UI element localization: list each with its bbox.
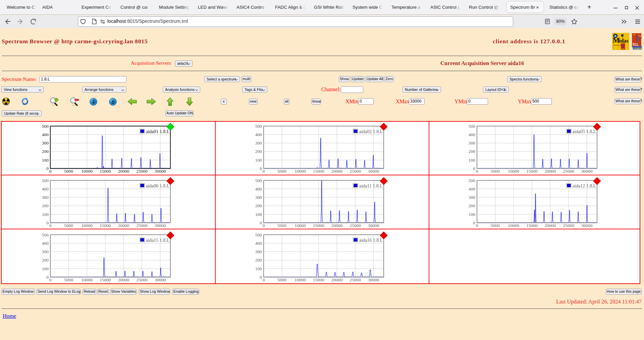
svg-text:0: 0 <box>260 275 262 280</box>
svg-text:300: 300 <box>255 140 262 146</box>
svg-text:0: 0 <box>49 277 52 282</box>
svg-text:100: 100 <box>42 212 49 217</box>
svg-text:500: 500 <box>42 232 49 237</box>
svg-text:300: 300 <box>42 195 49 200</box>
svg-text:25000: 25000 <box>350 169 361 174</box>
svg-text:10000: 10000 <box>294 223 306 228</box>
svg-text:15000: 15000 <box>313 223 324 228</box>
svg-text:20000: 20000 <box>118 169 129 174</box>
svg-text:15000: 15000 <box>100 223 111 228</box>
svg-text:powered by: powered by <box>613 44 622 46</box>
svg-text:0: 0 <box>46 275 49 280</box>
svg-text:5000: 5000 <box>491 223 500 228</box>
svg-text:20000: 20000 <box>331 277 342 282</box>
svg-text:30000: 30000 <box>155 169 166 174</box>
svg-text:300: 300 <box>42 249 49 254</box>
svg-text:100: 100 <box>255 158 262 163</box>
svg-text:aida16 1.8.L: aida16 1.8.L <box>359 237 383 242</box>
svg-text:500: 500 <box>42 178 49 183</box>
svg-text:TCL: TCL <box>632 43 639 47</box>
svg-text:300: 300 <box>255 249 262 254</box>
svg-text:25000: 25000 <box>136 223 148 228</box>
svg-text:aida01 1.8.L: aida01 1.8.L <box>146 129 169 134</box>
svg-text:15000: 15000 <box>100 169 111 174</box>
svg-text:500: 500 <box>468 124 475 129</box>
svg-text:200: 200 <box>255 203 262 208</box>
svg-text:400: 400 <box>255 186 262 191</box>
svg-text:400: 400 <box>42 186 49 191</box>
svg-text:20000: 20000 <box>331 223 342 228</box>
svg-text:0: 0 <box>262 277 265 282</box>
svg-text:20000: 20000 <box>118 277 129 282</box>
svg-text:20000: 20000 <box>331 169 342 174</box>
svg-text:25000: 25000 <box>136 277 148 282</box>
svg-text:30000: 30000 <box>581 223 592 228</box>
svg-text:300: 300 <box>255 195 262 200</box>
svg-text:20000: 20000 <box>544 169 556 174</box>
svg-text:0: 0 <box>262 169 265 174</box>
svg-text:300: 300 <box>468 140 475 146</box>
svg-text:100: 100 <box>42 266 49 271</box>
svg-text:aida12 1.8.L: aida12 1.8.L <box>573 183 596 188</box>
svg-text:0: 0 <box>49 169 52 174</box>
svg-text:400: 400 <box>468 132 475 137</box>
svg-text:15000: 15000 <box>313 277 324 282</box>
svg-text:100: 100 <box>468 212 475 217</box>
svg-text:30000: 30000 <box>368 223 379 228</box>
svg-text:5000: 5000 <box>491 169 500 174</box>
svg-text:10000: 10000 <box>81 223 93 228</box>
svg-text:M: M <box>613 36 620 44</box>
svg-text:5000: 5000 <box>277 277 286 282</box>
svg-text:0: 0 <box>476 223 478 228</box>
svg-text:20000: 20000 <box>544 223 556 228</box>
svg-text:15000: 15000 <box>100 277 111 282</box>
svg-text:400: 400 <box>42 240 49 245</box>
svg-text:300: 300 <box>42 140 49 146</box>
svg-text:500: 500 <box>42 124 49 129</box>
svg-text:30000: 30000 <box>368 277 379 282</box>
svg-text:0: 0 <box>476 169 478 174</box>
svg-text:aida05 1.8.L: aida05 1.8.L <box>573 129 596 134</box>
svg-text:200: 200 <box>42 203 49 208</box>
svg-text:200: 200 <box>468 203 475 208</box>
svg-text:aida15 1.8.L: aida15 1.8.L <box>146 237 169 242</box>
svg-text:idas: idas <box>619 38 629 44</box>
svg-text:30000: 30000 <box>155 223 166 228</box>
svg-text:200: 200 <box>468 149 475 154</box>
svg-text:30000: 30000 <box>155 277 166 282</box>
svg-text:25000: 25000 <box>350 223 361 228</box>
svg-text:0: 0 <box>473 166 475 171</box>
svg-text:400: 400 <box>468 186 475 191</box>
svg-text:10000: 10000 <box>294 169 306 174</box>
svg-text:400: 400 <box>42 132 49 137</box>
svg-text:500: 500 <box>468 178 475 183</box>
svg-text:5000: 5000 <box>64 169 73 174</box>
svg-text:0: 0 <box>260 166 262 171</box>
svg-text:aida02 1.8.L: aida02 1.8.L <box>359 129 383 134</box>
svg-text:25000: 25000 <box>350 277 361 282</box>
svg-text:aida11 1.8.L: aida11 1.8.L <box>359 183 383 188</box>
svg-text:100: 100 <box>255 212 262 217</box>
svg-text:5000: 5000 <box>64 223 73 228</box>
svg-text:10000: 10000 <box>81 277 93 282</box>
svg-text:400: 400 <box>255 240 262 245</box>
svg-text:0: 0 <box>260 220 262 225</box>
svg-text:100: 100 <box>468 158 475 163</box>
svg-text:30000: 30000 <box>581 169 592 174</box>
svg-text:100: 100 <box>42 158 49 163</box>
svg-text:0: 0 <box>46 220 49 225</box>
svg-text:0: 0 <box>49 223 52 228</box>
svg-text:500: 500 <box>255 124 262 129</box>
svg-text:15000: 15000 <box>313 169 324 174</box>
svg-text:0: 0 <box>262 223 265 228</box>
svg-text:25000: 25000 <box>136 169 148 174</box>
svg-text:15000: 15000 <box>526 169 537 174</box>
svg-text:25000: 25000 <box>563 223 574 228</box>
svg-text:10000: 10000 <box>81 169 93 174</box>
svg-text:30000: 30000 <box>368 169 379 174</box>
svg-text:200: 200 <box>42 149 49 154</box>
svg-text:200: 200 <box>42 258 49 263</box>
svg-text:10000: 10000 <box>508 223 519 228</box>
svg-text:200: 200 <box>255 149 262 154</box>
svg-text:0: 0 <box>473 220 475 225</box>
